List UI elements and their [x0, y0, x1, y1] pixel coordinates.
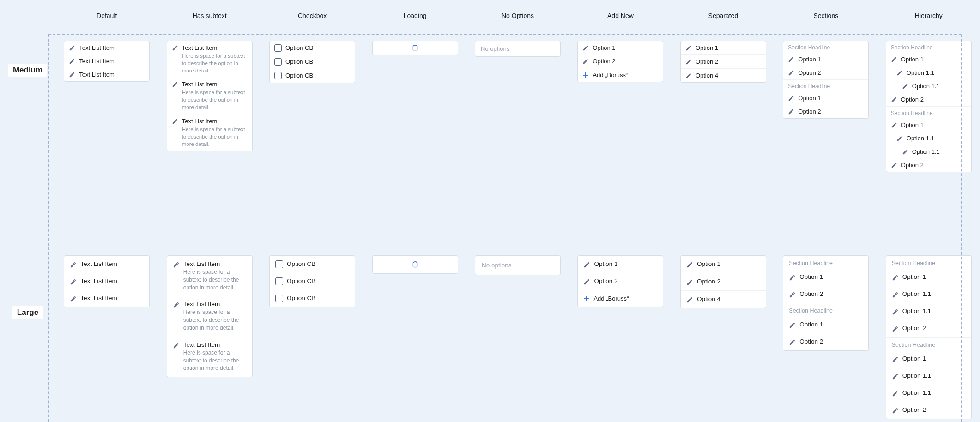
list-item[interactable]: Text List ItemHere is space for a subtex…: [167, 78, 252, 114]
panel-checkbox-l: Option CB Option CB Option CB: [269, 255, 355, 307]
list-item[interactable]: Option 1: [783, 269, 868, 286]
list-item[interactable]: Option 1: [783, 53, 868, 66]
panel-sections-l: Section Headline Option 1 Option 2 Secti…: [783, 255, 869, 351]
list-item[interactable]: Option 1: [783, 91, 868, 105]
list-item[interactable]: Option 2: [783, 66, 868, 79]
list-item-label: Text List Item: [79, 44, 115, 51]
list-item-label: Text List Item: [79, 71, 115, 78]
list-item[interactable]: Option 2: [886, 93, 971, 106]
checkbox-icon[interactable]: [275, 277, 283, 285]
checkbox-icon[interactable]: [274, 58, 282, 66]
pencil-icon: [172, 45, 178, 51]
list-item[interactable]: Option 1.1: [886, 286, 971, 303]
list-item[interactable]: Text List ItemHere is space for a subtex…: [167, 296, 252, 336]
list-item[interactable]: Text List Item: [64, 68, 149, 81]
list-item-label: Option 2: [799, 338, 823, 345]
col-header-checkbox: Checkbox: [261, 9, 363, 22]
list-item-label: Option 2: [902, 325, 926, 332]
list-item[interactable]: Option 2: [783, 286, 868, 303]
list-item[interactable]: Option 1.1: [886, 132, 971, 145]
list-item[interactable]: Option 2: [578, 54, 663, 68]
list-item[interactable]: Option 1: [578, 41, 663, 54]
list-item-checkbox[interactable]: Option CB: [270, 41, 355, 55]
add-new-button[interactable]: Add „Boruss“: [578, 290, 663, 307]
list-item[interactable]: Option 1.1: [886, 385, 971, 402]
add-new-label: Add „Boruss“: [593, 295, 629, 302]
list-item-checkbox[interactable]: Option CB: [270, 256, 355, 273]
list-item[interactable]: Option 1.1: [886, 145, 971, 158]
list-item[interactable]: Option 1.1: [886, 66, 971, 79]
checkbox-icon[interactable]: [274, 72, 282, 79]
list-item-label: Option 1.1: [912, 148, 940, 155]
list-item-label: Option 2: [799, 290, 823, 297]
list-item[interactable]: Option 2: [681, 54, 766, 68]
list-item[interactable]: Text List ItemHere is space for a subtex…: [167, 337, 252, 377]
pencil-icon: [582, 58, 589, 65]
list-item[interactable]: Text List Item: [64, 273, 149, 290]
list-item[interactable]: Text List ItemHere is space for a subtex…: [167, 41, 252, 78]
list-item[interactable]: Option 1: [886, 118, 971, 132]
list-item[interactable]: Option 2: [783, 333, 868, 350]
list-item[interactable]: Option 1.1: [886, 303, 971, 320]
pencil-icon: [788, 109, 794, 115]
list-item-label: Option 1: [902, 355, 926, 362]
list-item-label: Option 2: [902, 406, 926, 413]
pencil-icon: [686, 279, 693, 286]
list-item[interactable]: Option 2: [886, 402, 971, 419]
pencil-icon: [892, 291, 899, 298]
pencil-icon: [892, 326, 899, 332]
list-item[interactable]: Option 2: [783, 105, 868, 118]
list-item[interactable]: Option 1: [886, 269, 971, 286]
list-item[interactable]: Text List Item: [64, 256, 149, 273]
list-item[interactable]: Option 2: [681, 273, 766, 290]
list-item[interactable]: Option 1: [578, 256, 663, 273]
list-item-label: Text List Item: [79, 58, 115, 65]
list-item[interactable]: Option 4: [681, 68, 766, 82]
list-item[interactable]: Option 1.1: [886, 368, 971, 385]
list-item[interactable]: Text List Item: [64, 290, 149, 307]
pencil-icon: [892, 308, 899, 315]
add-new-button[interactable]: Add „Boruss“: [578, 68, 663, 82]
list-item-checkbox[interactable]: Option CB: [270, 273, 355, 290]
list-item-label: Option 2: [696, 58, 718, 65]
list-item-checkbox[interactable]: Option CB: [270, 55, 355, 69]
list-item[interactable]: Option 2: [578, 273, 663, 290]
list-item[interactable]: Option 1: [783, 316, 868, 333]
list-item[interactable]: Text List Item: [64, 41, 149, 54]
list-item[interactable]: Text List ItemHere is space for a subtex…: [167, 256, 252, 296]
list-item[interactable]: Option 1: [681, 256, 766, 273]
pencil-icon: [789, 274, 796, 281]
checkbox-icon[interactable]: [274, 44, 282, 52]
list-item-checkbox[interactable]: Option CB: [270, 69, 355, 83]
pencil-icon: [892, 356, 899, 363]
list-item[interactable]: Option 1.1: [886, 79, 971, 93]
component-gallery: Default Has subtext Checkbox Loading No …: [0, 0, 980, 422]
pencil-icon: [896, 70, 903, 76]
list-item[interactable]: Option 1: [886, 53, 971, 66]
section-headline: Section Headline: [783, 256, 868, 269]
panel-sections-m: Section Headline Option 1 Option 2 Secti…: [783, 41, 869, 119]
list-item-label: Option 1.1: [912, 83, 940, 90]
list-item[interactable]: Option 2: [886, 320, 971, 337]
list-item[interactable]: Option 4: [681, 290, 766, 308]
pencil-icon: [892, 373, 899, 380]
list-item-checkbox[interactable]: Option CB: [270, 290, 355, 307]
section-headline: Section Headline: [886, 256, 971, 269]
add-new-label: Add „Boruss“: [593, 72, 628, 78]
pencil-icon: [891, 122, 897, 128]
checkbox-icon[interactable]: [275, 260, 283, 268]
checkbox-icon[interactable]: [275, 295, 283, 302]
section-headline: Section Headline: [783, 41, 868, 53]
list-item-label: Text List Item: [183, 341, 220, 348]
list-item-subtext: Here is space for a subtext to describe …: [183, 308, 247, 332]
list-item[interactable]: Option 1: [886, 350, 971, 368]
list-item-label: Option CB: [285, 72, 313, 79]
list-item[interactable]: Text List Item: [64, 54, 149, 68]
pencil-icon: [70, 295, 77, 302]
list-item[interactable]: Option 1: [681, 41, 766, 54]
list-item-label: Option 4: [696, 72, 718, 79]
list-item[interactable]: Text List ItemHere is space for a subtex…: [167, 115, 252, 151]
list-item[interactable]: Option 2: [886, 158, 971, 172]
pencil-icon: [788, 56, 794, 63]
panel-add-new-m: Option 1 Option 2 Add „Boruss“: [577, 41, 663, 82]
